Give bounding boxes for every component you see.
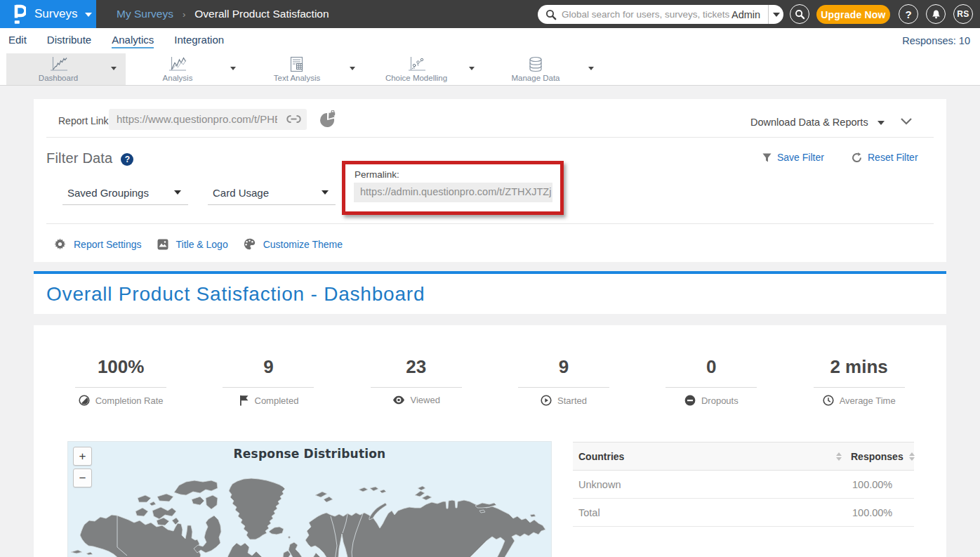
map-zoom-in-button[interactable]: + — [73, 447, 92, 466]
questionpro-dashboard: Surveys My Surveys › Overall Product Sat… — [0, 0, 980, 557]
tab-caret-icon[interactable] — [230, 67, 236, 70]
page-title: Overall Product Satisfaction - Dashboard — [46, 283, 425, 306]
search-scope-dropdown[interactable] — [769, 13, 783, 17]
tab-caret-icon[interactable] — [111, 67, 117, 70]
avatar[interactable]: RS — [953, 4, 973, 24]
image-icon — [157, 239, 168, 250]
select-caret-icon — [322, 190, 329, 195]
questionpro-logo-icon — [14, 4, 26, 25]
stat-dropouts: 0 Dropouts — [637, 325, 785, 406]
map-zoom-controls: + − — [73, 447, 92, 490]
scope-caret-icon — [773, 13, 780, 17]
nav-item-edit[interactable]: Edit — [8, 34, 27, 48]
help-button[interactable]: ? — [899, 4, 918, 24]
tab-manage-data[interactable]: Manage Data — [484, 53, 603, 85]
search-button[interactable] — [790, 4, 809, 24]
permalink-value: https://admin.questionpro.com/t/ZTHXJTZj — [360, 186, 552, 197]
customize-theme-link[interactable]: Customize Theme — [244, 238, 343, 250]
dashboard-card: 100% Completion Rate 9 Completed — [34, 325, 946, 557]
chevron-down-icon[interactable] — [900, 117, 913, 125]
download-caret-icon — [878, 121, 885, 125]
map-zoom-out-button[interactable]: − — [73, 468, 92, 487]
tab-caret-icon[interactable] — [588, 67, 594, 70]
table-header: Countries Responses — [573, 442, 914, 471]
stat-started: 9 Started — [490, 325, 637, 406]
upgrade-now-button[interactable]: Upgrade Now — [816, 5, 890, 24]
nav-item-analytics[interactable]: Analytics — [112, 34, 154, 48]
stat-completed: 9 Completed — [194, 325, 342, 406]
report-settings-link[interactable]: Report Settings — [54, 238, 142, 250]
nav-item-integration[interactable]: Integration — [174, 34, 224, 48]
permalink-label: Permalink: — [355, 169, 399, 180]
tab-analysis[interactable]: Analysis — [126, 53, 245, 85]
minus-circle-icon — [684, 395, 696, 406]
sort-icon[interactable] — [835, 452, 842, 461]
breadcrumb-my-surveys[interactable]: My Surveys — [117, 8, 173, 20]
tab-dashboard[interactable]: Dashboard — [6, 53, 126, 85]
reset-icon — [852, 152, 862, 163]
line-chart-icon — [6, 56, 110, 72]
product-switcher[interactable]: Surveys — [0, 0, 96, 28]
stat-completion-rate: 100% Completion Rate — [47, 325, 194, 406]
stat-divider — [371, 387, 462, 388]
flag-icon — [239, 395, 249, 406]
scatter-chart-icon — [364, 56, 468, 72]
tab-choice-modelling[interactable]: Choice Modelling — [364, 53, 484, 85]
nav-items: Edit Distribute Analytics Integration — [8, 28, 244, 53]
report-link-value: https://www.questionpro.com/t/PHBL — [117, 109, 277, 130]
divider — [46, 223, 934, 224]
card-usage-select[interactable]: Card Usage — [208, 181, 336, 205]
column-header-responses[interactable]: Responses — [851, 451, 903, 462]
text-report-icon — [245, 56, 349, 72]
database-icon — [484, 56, 588, 73]
column-header-countries[interactable]: Countries — [578, 451, 624, 462]
table-row: Unknown 100.00% — [573, 471, 914, 499]
stat-divider — [75, 387, 166, 388]
countries-table: Countries Responses Unknown 100.00% Tota… — [573, 442, 914, 527]
select-caret-icon — [174, 190, 181, 195]
save-filter-button[interactable]: Save Filter — [762, 152, 824, 163]
top-navbar: Surveys My Surveys › Overall Product Sat… — [0, 0, 980, 28]
link-icon[interactable] — [286, 114, 301, 124]
search-scope-label: Admin — [731, 9, 760, 20]
stat-divider — [223, 387, 314, 388]
funnel-icon — [762, 153, 772, 162]
trend-chart-icon — [126, 56, 230, 72]
stat-divider — [518, 387, 609, 388]
analytics-tabbar: Dashboard Analysis Text Analysis Choice … — [0, 53, 980, 86]
bell-icon — [931, 9, 941, 20]
tab-caret-icon[interactable] — [350, 67, 355, 70]
report-security-icon[interactable] — [319, 110, 336, 128]
global-search: Admin — [538, 5, 783, 24]
reset-filter-button[interactable]: Reset Filter — [852, 152, 918, 163]
permalink-highlight-box: Permalink: https://admin.questionpro.com… — [342, 161, 564, 215]
global-search-input[interactable] — [562, 9, 730, 20]
dashboard-heading-band: Overall Product Satisfaction - Dashboard — [34, 271, 946, 314]
responses-count[interactable]: Responses: 10 — [902, 28, 970, 53]
product-caret-icon — [85, 13, 92, 17]
report-footer-links: Report Settings Title & Logo Customize T… — [54, 238, 358, 250]
stat-average-time: 2 mins Average Time — [785, 325, 932, 406]
survey-nav: Edit Distribute Analytics Integration Re… — [0, 28, 980, 53]
breadcrumb-separator-icon: › — [183, 9, 185, 20]
notifications-button[interactable] — [926, 4, 946, 24]
map-title: Response Distribution — [68, 447, 551, 461]
stat-divider — [814, 387, 905, 388]
tab-text-analysis[interactable]: Text Analysis — [245, 53, 364, 85]
title-logo-link[interactable]: Title & Logo — [157, 239, 228, 250]
palette-icon — [244, 238, 256, 250]
permalink-field[interactable]: https://admin.questionpro.com/t/ZTHXJTZj — [354, 183, 552, 202]
sort-icon[interactable] — [908, 452, 915, 461]
download-data-reports[interactable]: Download Data & Reports — [750, 117, 885, 128]
report-link-label: Report Link — [58, 115, 109, 126]
product-name: Surveys — [34, 7, 77, 21]
search-icon — [545, 9, 557, 20]
saved-groupings-select[interactable]: Saved Groupings — [62, 181, 188, 205]
report-link-field[interactable]: https://www.questionpro.com/t/PHBL — [109, 109, 307, 130]
tab-caret-icon[interactable] — [469, 67, 475, 70]
response-distribution-map[interactable]: Response Distribution + − — [67, 441, 552, 557]
clock-icon — [823, 395, 834, 406]
help-badge-icon[interactable]: ? — [121, 153, 133, 166]
nav-item-distribute[interactable]: Distribute — [47, 34, 91, 48]
filter-data-title: Filter Data — [46, 150, 112, 166]
